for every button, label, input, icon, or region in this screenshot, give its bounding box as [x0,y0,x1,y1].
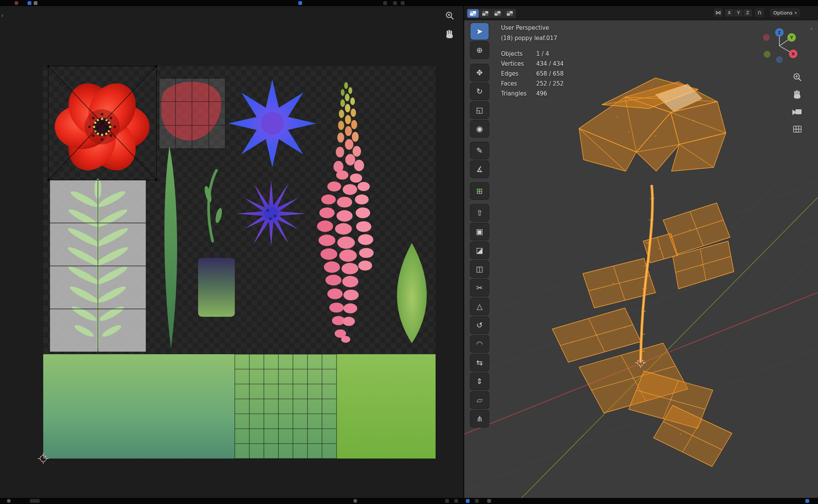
select-mode-vertex[interactable] [467,9,479,18]
uv-pan-button[interactable] [443,28,456,41]
scale-icon: ◱ [476,105,483,115]
select-mode-island[interactable] [504,9,516,18]
taskbar-icon[interactable] [454,499,458,503]
taskbar-icon[interactable] [445,499,449,503]
tool-move-button[interactable]: ✥ [470,64,489,81]
mirror-icon[interactable]: ⋈ [714,8,723,17]
options-dropdown[interactable]: Options ▾ [770,8,800,17]
mirror-z-button[interactable]: Z [743,9,752,16]
tool-add-cube-button[interactable]: ⊞ [470,183,489,199]
magnifier-plus-icon [445,11,455,21]
tool-rip-region-button[interactable]: ⋔ [470,410,489,427]
panel-collapse-arrow[interactable]: ‹ [810,25,813,32]
bevel-icon: ◪ [476,246,483,255]
tool-cursor-button[interactable]: ⊕ [470,42,489,58]
shear-icon: ▱ [476,395,482,405]
stat-row-objects: Objects 1 / 4 [501,49,564,59]
view-perspective-label: User Perspective [501,23,564,33]
tool-spin-button[interactable]: ↺ [470,317,489,334]
tool-bevel-button[interactable]: ◪ [470,242,489,259]
gizmo-neg-z-ball[interactable] [776,56,783,63]
tool-edge-slide-button[interactable]: ⇆ [470,354,489,371]
uv-zoom-button[interactable] [443,9,456,22]
topbar-icon[interactable] [393,1,397,5]
taskbar-icon[interactable] [7,499,11,503]
island-select-icon [507,11,513,16]
chevron-down-icon: ▾ [795,11,797,15]
mirror-x-button[interactable]: X [725,9,733,16]
annotate-icon: ✎ [476,146,483,155]
extrude-region-icon: ⇧ [476,208,483,217]
move-icon: ✥ [476,68,483,77]
gizmo-neg-y-ball[interactable] [764,51,771,58]
petal-uv-island[interactable] [159,78,225,149]
gizmo-z-label: Z [778,30,781,35]
tool-extrude-region-button[interactable]: ⇧ [470,204,489,221]
tool-scale-button[interactable]: ◱ [470,102,489,118]
uv-canvas[interactable] [0,6,463,498]
edge-select-icon [482,11,488,16]
topbar-icon[interactable] [28,1,31,5]
active-object-label: (18) poppy leaf.017 [501,33,564,44]
tool-poly-build-button[interactable]: △ [470,298,489,315]
viewport-3d[interactable]: ⋈ X Y Z ∩ Options ▾ ➤ ⊕ ✥ ↻ ◱ ◉ ✎ ∡ ⊞ ⇧ … [464,6,818,498]
hand-icon [792,89,802,99]
smooth-icon: ◠ [476,339,483,348]
topbar-icon[interactable] [401,1,405,5]
shrink-fatten-icon: ⇕ [476,377,483,386]
rotate-icon: ↻ [476,87,483,96]
viewport-zoom-button[interactable] [791,71,804,84]
gizmo-x-label: X [792,52,795,57]
stat-row-triangles: Triangles 496 [501,89,564,99]
tool-inset-faces-button[interactable]: ▣ [470,223,489,240]
taskbar-icon[interactable] [30,499,40,503]
taskbar-icon[interactable] [475,499,479,503]
taskbar-icon[interactable] [805,499,809,503]
tool-loop-cut-button[interactable]: ◫ [470,261,489,277]
navigation-gizmo[interactable]: Z Y X [758,23,800,69]
topbar-icon[interactable] [15,1,18,5]
tool-shear-button[interactable]: ▱ [470,392,489,408]
spin-icon: ↺ [476,321,483,330]
editor-divider[interactable] [463,6,464,498]
fern-leaf-uv-island[interactable] [50,179,146,352]
blue-star-flower-texture[interactable] [228,79,316,167]
select-mode-group [467,8,516,18]
edge-slide-icon: ⇆ [476,358,483,367]
panel-expand-arrow[interactable]: › [1,12,3,19]
stat-row-vertices: Vertices 434 / 434 [501,59,564,69]
taskbar-arrow-icon[interactable] [487,499,491,503]
gizmo-neg-x-ball[interactable] [763,34,770,41]
top-system-bar [0,0,818,6]
topbar-icon[interactable] [383,1,387,5]
cursor-icon: ⊕ [476,45,483,55]
tool-shrink-fatten-button[interactable]: ⇕ [470,373,489,390]
snap-icon[interactable]: ∩ [755,8,764,17]
taskbar-icon[interactable] [353,499,357,503]
tool-tweak-select-button[interactable]: ➤ [470,23,489,40]
gradient-swatch-texture[interactable] [198,258,235,317]
select-mode-face[interactable] [492,9,503,18]
tool-knife-button[interactable]: ✂ [470,279,489,296]
magnifier-plus-icon [792,72,802,82]
poly-build-icon: △ [476,302,482,311]
texture-green-bands [43,354,436,459]
viewport-orthographic-button[interactable] [791,123,804,136]
select-mode-edge[interactable] [480,9,491,18]
topbar-icon[interactable] [298,1,302,5]
tool-rotate-button[interactable]: ↻ [470,83,489,100]
tool-smooth-button[interactable]: ◠ [470,335,489,352]
tool-annotate-button[interactable]: ✎ [470,142,489,159]
taskbar-icon[interactable] [466,499,470,503]
topbar-icon[interactable] [34,1,37,5]
blender-window: › [0,0,818,504]
bottom-system-bar [0,498,818,504]
viewport-pan-button[interactable] [791,88,804,101]
tool-transform-button[interactable]: ◉ [470,120,489,137]
viewport-camera-button[interactable] [791,105,804,118]
tool-measure-button[interactable]: ∡ [470,161,489,178]
uv-image-editor[interactable]: › [0,6,463,498]
options-label: Options [773,10,792,16]
mirror-y-button[interactable]: Y [734,9,743,16]
camera-icon [792,107,803,117]
